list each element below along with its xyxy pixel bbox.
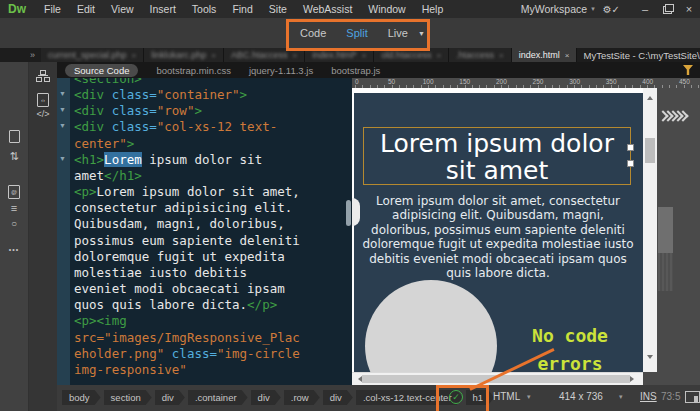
insert-mode-indicator[interactable]: INS <box>640 391 657 402</box>
right-dock-area <box>657 88 700 385</box>
related-file-jquery-1-11-3-js[interactable]: jquery-1.11.3.js <box>249 65 313 76</box>
annotation-text: No code errors <box>514 322 626 378</box>
tag-selector-item[interactable]: body <box>62 390 101 405</box>
code-scrollbar-thumb[interactable] <box>346 200 351 226</box>
scroll-down-icon[interactable] <box>647 355 653 362</box>
filter-icon[interactable] <box>683 65 693 75</box>
chevron-down-icon: ▾ <box>591 5 595 13</box>
code-view[interactable]: ▼▼▼▼ <section><div class="container"><di… <box>57 78 352 385</box>
align-lines-icon[interactable]: ≡ <box>0 202 28 214</box>
code-lines: <section><div class="container"><div cla… <box>74 78 300 378</box>
tag-selector-item[interactable]: div <box>251 390 281 405</box>
target-circle-icon[interactable]: ○ <box>0 218 28 229</box>
code-fold-icon[interactable]: ▼ <box>59 106 66 113</box>
tag-selector-item[interactable]: div <box>323 390 353 405</box>
scroll-up-icon[interactable] <box>647 93 653 100</box>
close-button[interactable]: × <box>678 0 700 18</box>
dreamweaver-logo: Dw <box>8 2 26 16</box>
dock-panel-fragment <box>658 253 673 291</box>
menu-tools[interactable]: Tools <box>184 0 225 18</box>
menu-webassist[interactable]: WebAssist <box>295 0 360 18</box>
code-fold-icon[interactable]: ▼ <box>59 90 66 97</box>
menu-edit[interactable]: Edit <box>69 0 103 18</box>
cursor-position: 73:5 <box>661 391 680 402</box>
splitter-handle[interactable] <box>352 198 360 226</box>
tag-selector-item[interactable]: section <box>104 390 152 405</box>
status-bar: bodysectiondiv.containerdiv.rowdiv.col-x… <box>57 385 700 411</box>
sync-settings-icon[interactable]: ⚙✓ <box>603 4 620 15</box>
live-paragraph[interactable]: Lorem ipsum dolor sit amet, consectetur … <box>361 194 635 280</box>
related-file-source-code[interactable]: Source Code <box>65 64 138 77</box>
title-bar: Dw FileEditViewInsertToolsFindSiteWebAss… <box>0 0 700 18</box>
chevron-down-icon: ▾ <box>619 393 623 401</box>
menu-help[interactable]: Help <box>414 0 452 18</box>
viewport-size-selector[interactable]: 414 x 736 <box>559 391 603 402</box>
element-selection-outline: Lorem ipsum dolor sit amet <box>363 127 631 185</box>
minimize-button[interactable]: – <box>634 0 656 18</box>
menu-site[interactable]: Site <box>261 0 295 18</box>
annotation-rect-viewmodes <box>286 19 430 51</box>
scroll-right-icon[interactable] <box>630 376 637 382</box>
syntax-selector[interactable]: HTML <box>493 391 520 402</box>
dock-panel-fragment <box>658 207 673 253</box>
document-path-title: MyTestSite - C:\myTestSite\index.html <box>577 48 700 62</box>
file-code-icon[interactable]: ‹› <box>29 88 57 107</box>
menu-window[interactable]: Window <box>360 0 413 18</box>
related-file-bootstrap-min-css[interactable]: bootstrap.min.css <box>156 65 230 76</box>
tab-current-special-php[interactable]: current_special.php× <box>41 48 144 62</box>
common-toolbar: ⇅ @ ≡ ○ ••• <box>0 62 29 411</box>
inner-toolbar: ‹› </> <box>29 62 58 411</box>
sitemap-icon[interactable] <box>29 68 57 86</box>
tag-selector-item[interactable]: .row <box>284 390 320 405</box>
menu-insert[interactable]: Insert <box>142 0 184 18</box>
placeholder-image-circle[interactable] <box>365 280 497 372</box>
tab-overflow-icon[interactable]: » <box>0 48 41 62</box>
menu-file[interactable]: File <box>36 0 69 18</box>
realtime-preview-icon[interactable] <box>685 391 700 403</box>
menu-view[interactable]: View <box>103 0 142 18</box>
scroll-left-icon[interactable] <box>355 376 362 382</box>
collapse-chevrons-icon[interactable] <box>659 112 684 120</box>
workspace-switcher[interactable]: MyWorkspace <box>521 3 587 15</box>
dreamweaver-window: Dw FileEditViewInsertToolsFindSiteWebAss… <box>0 0 700 411</box>
tag-selector-item[interactable]: .container <box>188 390 248 405</box>
tab-linklokarc-php[interactable]: linklokarc.php× <box>144 48 224 62</box>
new-file-icon[interactable] <box>0 129 28 147</box>
file-preview-icon[interactable]: @ <box>0 180 28 199</box>
tag-selector-item[interactable]: div <box>155 390 185 405</box>
live-heading[interactable]: Lorem ipsum dolor sit amet <box>364 130 630 184</box>
chevron-down-icon: ▾ <box>527 393 531 401</box>
swap-vertical-icon[interactable]: ⇅ <box>0 150 28 163</box>
code-fold-icon[interactable]: ▼ <box>59 122 66 129</box>
scrollbar-thumb[interactable] <box>645 138 655 163</box>
restore-button[interactable] <box>656 0 678 18</box>
annotation-rect-check <box>436 385 489 411</box>
live-vertical-scrollbar[interactable] <box>643 88 657 372</box>
code-tag-icon[interactable]: </> <box>29 109 57 119</box>
more-icon[interactable]: ••• <box>0 246 28 253</box>
code-fold-icon[interactable]: ▼ <box>59 155 66 162</box>
related-file-bootstrap-js[interactable]: bootstrap.js <box>331 65 380 76</box>
tag-selector: bodysectiondiv.containerdiv.rowdiv.col-x… <box>62 390 497 405</box>
menu-bar: FileEditViewInsertToolsFindSiteWebAssist… <box>36 0 451 18</box>
tab--htaccess[interactable]: .htaccess× <box>449 48 512 62</box>
related-files-bar: Source Codebootstrap.min.cssjquery-1.11.… <box>57 62 700 78</box>
menu-find[interactable]: Find <box>224 0 260 18</box>
tab-index-html[interactable]: index.html× <box>512 48 578 62</box>
